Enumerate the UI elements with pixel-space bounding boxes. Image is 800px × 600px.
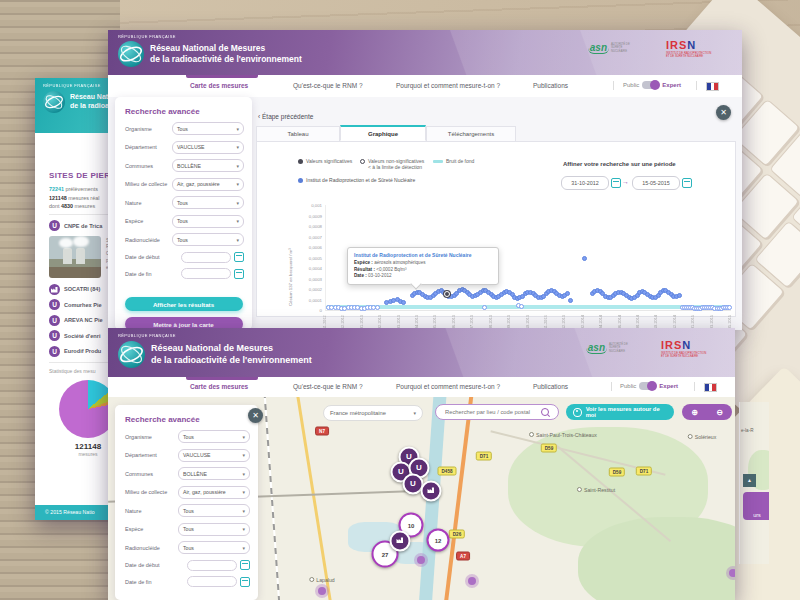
town-label-saint-paul-trois-chateaux: Saint-Paul-Trois-Châteaux xyxy=(529,432,597,438)
search-input[interactable] xyxy=(441,407,541,418)
indicator-tab[interactable]: urs xyxy=(743,492,769,520)
data-point[interactable] xyxy=(727,305,732,310)
select-communes[interactable]: BOLLÈNE▾ xyxy=(172,159,244,172)
select-value: Tous xyxy=(183,508,194,514)
nav-item-publications[interactable]: Publications xyxy=(533,383,568,390)
close-search-button[interactable]: ✕ xyxy=(248,408,263,423)
data-point[interactable] xyxy=(482,305,487,310)
data-point[interactable] xyxy=(677,293,682,298)
nav-item-carte[interactable]: Carte des mesures xyxy=(190,383,248,390)
nav-item-carte[interactable]: Carte des mesures xyxy=(190,82,248,89)
nav-item-pourquoi[interactable]: Pourquoi et comment mesure-t-on ? xyxy=(396,383,500,390)
select-organisme[interactable]: Tous▾ xyxy=(172,122,244,135)
select-milieu-de-collecte[interactable]: Air, gaz, poussière▾ xyxy=(172,178,244,191)
input-date-de-debut[interactable] xyxy=(181,252,231,263)
select-departement[interactable]: VAUCLUSE▾ xyxy=(178,449,250,462)
select-value: Tous xyxy=(183,545,194,551)
select-value: BOLLÈNE xyxy=(177,163,201,169)
locate-me-button[interactable]: Voir les mesures autour de moi xyxy=(566,404,674,420)
select-value: Tous xyxy=(177,200,188,206)
close-panel-button[interactable]: ✕ xyxy=(716,105,731,120)
tab-telechargements[interactable]: Téléchargements xyxy=(426,126,516,142)
measure-dot-marker[interactable] xyxy=(318,587,326,595)
data-point[interactable] xyxy=(565,291,570,296)
data-point[interactable] xyxy=(401,300,406,305)
zoom-in-icon[interactable]: ⊕ xyxy=(691,408,698,417)
select-organisme[interactable]: Tous▾ xyxy=(178,430,250,443)
field-label: Milieu de collecte xyxy=(125,181,167,187)
y-tick: 0,0002 xyxy=(296,287,322,292)
site-photo-cooling-towers xyxy=(49,236,101,278)
select-departement[interactable]: VAUCLUSE▾ xyxy=(172,141,244,154)
select-espece[interactable]: Tous▾ xyxy=(172,215,244,228)
period-date-to[interactable]: 15-05-2015 xyxy=(632,176,680,190)
x-tick: 12-2013 xyxy=(562,313,566,329)
republique-label: RÉPUBLIQUE FRANÇAISE xyxy=(118,333,735,338)
zoom-out-icon[interactable]: ⊖ xyxy=(716,408,723,417)
noise-band xyxy=(326,305,731,309)
y-tick: 0,0007 xyxy=(296,235,322,240)
calendar-icon[interactable] xyxy=(234,269,244,279)
irsn-logo: IRSN INSTITUT DE RADIOPROTECTION ET DE S… xyxy=(666,39,712,59)
select-radionucleide[interactable]: Tous▾ xyxy=(178,541,250,554)
chevron-down-icon: ▾ xyxy=(242,471,245,477)
search-icon[interactable] xyxy=(541,408,549,416)
map-search-box[interactable] xyxy=(435,404,559,420)
legend-organisme[interactable]: Institut de Radioprotection et de Sûreté… xyxy=(298,177,415,183)
select-milieu-de-collecte[interactable]: Air, gaz, poussière▾ xyxy=(178,486,250,499)
x-tick: 09-2013 xyxy=(507,313,511,329)
calendar-icon[interactable] xyxy=(240,577,250,587)
legend-non-significant[interactable]: Valeurs non-significatives< à la limite … xyxy=(360,158,424,170)
y-axis-label: Césium 137 en becquerel / m³ xyxy=(288,248,293,306)
scatter-chart[interactable]: Institut de Radioprotection et de Sûreté… xyxy=(325,205,730,310)
form-row-radionucleide: RadionucléideTous▾ xyxy=(115,233,252,246)
french-flag-icon[interactable] xyxy=(704,383,717,392)
tab-graphique[interactable]: Graphique xyxy=(340,125,426,141)
calendar-icon[interactable] xyxy=(611,178,621,188)
tab-tableau[interactable]: Tableau xyxy=(256,126,340,142)
nav-item-rnm[interactable]: Qu'est-ce-que le RNM ? xyxy=(293,82,363,89)
active-nav-indicator xyxy=(186,75,258,78)
show-results-button[interactable]: Afficher les résultats xyxy=(125,297,243,311)
french-flag-icon[interactable] xyxy=(706,82,719,91)
measure-dot-marker[interactable] xyxy=(729,569,735,577)
select-nature[interactable]: Tous▾ xyxy=(172,196,244,209)
legend-significant[interactable]: Valeurs significatives xyxy=(298,158,352,164)
select-nature[interactable]: Tous▾ xyxy=(178,504,250,517)
x-tick: 01-2013 xyxy=(360,313,364,329)
uranium-icon: U xyxy=(49,315,60,326)
calendar-icon[interactable] xyxy=(682,178,692,188)
nav-item-pourquoi[interactable]: Pourquoi et comment mesure-t-on ? xyxy=(396,82,500,89)
legend-noise[interactable]: Bruit de fond xyxy=(433,158,474,164)
back-link[interactable]: ‹ Étape précédente xyxy=(258,113,313,120)
measure-dot-marker[interactable] xyxy=(417,556,425,564)
measure-dot-marker[interactable] xyxy=(468,577,476,585)
nav-item-rnm[interactable]: Qu'est-ce-que le RNM ? xyxy=(293,383,363,390)
calendar-icon[interactable] xyxy=(234,252,244,262)
x-tick: 05-2015 xyxy=(728,313,732,329)
form-row-organisme: OrganismeTous▾ xyxy=(115,122,252,135)
nav-item-publications[interactable]: Publications xyxy=(533,82,568,89)
calendar-icon[interactable] xyxy=(240,560,250,570)
facility-marker-factory[interactable] xyxy=(390,531,411,552)
region-select[interactable]: France métropolitaine▾ xyxy=(323,405,423,421)
select-espece[interactable]: Tous▾ xyxy=(178,523,250,536)
data-point[interactable] xyxy=(375,305,380,310)
public-expert-toggle[interactable]: Public Expert xyxy=(620,382,678,390)
data-point[interactable] xyxy=(582,256,587,261)
scroll-top-button[interactable]: ▲ xyxy=(743,474,756,487)
input-date-de-fin[interactable] xyxy=(181,268,231,279)
data-point[interactable] xyxy=(568,298,573,303)
toggle-track[interactable] xyxy=(639,382,656,390)
facility-marker-factory[interactable] xyxy=(421,481,442,502)
public-expert-toggle[interactable]: Public Expert xyxy=(623,81,681,89)
select-communes[interactable]: BOLLÈNE▾ xyxy=(178,467,250,480)
input-date-de-fin[interactable] xyxy=(187,576,237,587)
input-date-de-debut[interactable] xyxy=(187,560,237,571)
cluster-marker-12[interactable]: 12 xyxy=(427,529,450,552)
select-radionucleide[interactable]: Tous▾ xyxy=(172,233,244,246)
period-date-from[interactable]: 31-10-2012 xyxy=(561,176,609,190)
advanced-search-panel: Recherche avancéeOrganismeTous▾Départeme… xyxy=(115,97,252,330)
toggle-track[interactable] xyxy=(642,81,659,89)
form-row-date-de-fin: Date de fin xyxy=(115,576,258,587)
